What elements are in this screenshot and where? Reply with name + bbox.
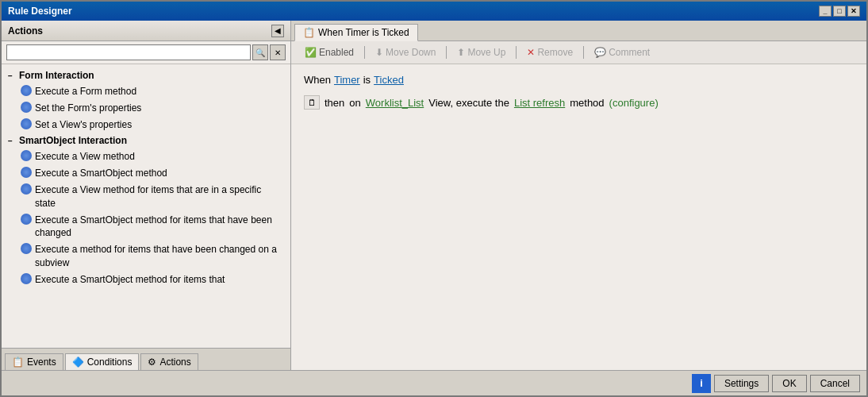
action-text: Execute a Form method <box>35 85 136 98</box>
list-item[interactable]: Execute a SmartObject method for items t… <box>2 272 290 288</box>
title-bar: Rule Designer _ □ ✕ <box>2 2 866 21</box>
move-up-label: Move Up <box>467 47 505 58</box>
action-icon-exec-smartobj-changed <box>21 214 32 225</box>
main-window: Rule Designer _ □ ✕ Actions ◀ 🔍 ✕ − <box>0 0 868 397</box>
action-icon-exec-method-subview <box>21 243 32 254</box>
tab-bar: 📋 When Timer is Ticked <box>291 21 866 41</box>
info-button[interactable]: i <box>692 374 711 393</box>
view-execute-text: View, execute the <box>428 97 509 109</box>
list-refresh-link[interactable]: List refresh <box>514 97 565 109</box>
window-title: Rule Designer <box>8 6 72 17</box>
action-icon-exec-smartobj-items <box>21 273 32 284</box>
bottom-tabs: 📋 Events 🔷 Conditions ⚙ Actions <box>2 348 290 370</box>
form-interaction-section-header[interactable]: − Form Interaction <box>2 67 290 83</box>
on-text: on <box>349 97 360 109</box>
list-item[interactable]: Execute a SmartObject method <box>2 165 290 182</box>
action-text: Set a View's properties <box>35 118 132 132</box>
toolbar-divider-1 <box>364 46 365 59</box>
tab-actions[interactable]: ⚙ Actions <box>140 353 198 370</box>
right-panel: 📋 When Timer is Ticked ✅ Enabled ⬇ Move … <box>291 21 866 370</box>
smartobject-interaction-section-header[interactable]: − SmartObject Interaction <box>2 133 290 148</box>
title-bar-buttons: _ □ ✕ <box>819 6 860 17</box>
left-panel: Actions ◀ 🔍 ✕ − Form Interaction Execute… <box>2 21 291 370</box>
cancel-button[interactable]: Cancel <box>810 375 860 392</box>
tab-conditions[interactable]: 🔷 Conditions <box>65 353 140 370</box>
action-icon-set-form <box>21 102 32 113</box>
events-tab-label: Events <box>27 357 56 368</box>
list-item[interactable]: Execute a method for items that have bee… <box>2 241 290 272</box>
action-icon-exec-view <box>21 150 32 161</box>
remove-label: Remove <box>537 47 573 58</box>
action-text: Execute a SmartObject method for items t… <box>35 214 284 241</box>
collapse-panel-button[interactable]: ◀ <box>271 25 284 37</box>
when-timer-tab-icon: 📋 <box>303 27 315 38</box>
smartobject-interaction-expand-icon: − <box>8 137 16 145</box>
move-down-label: Move Down <box>386 47 436 58</box>
enabled-button[interactable]: ✅ Enabled <box>298 44 361 60</box>
conditions-tab-icon: 🔷 <box>72 357 84 368</box>
toolbar-divider-4 <box>583 46 584 59</box>
worklist-list-link[interactable]: Worklist_List <box>366 97 424 109</box>
list-item[interactable]: Execute a View method <box>2 148 290 165</box>
ticked-link[interactable]: Ticked <box>374 74 404 86</box>
action-text: Execute a method for items that have bee… <box>35 243 284 270</box>
close-button[interactable]: ✕ <box>847 6 860 17</box>
list-item[interactable]: Execute a SmartObject method for items t… <box>2 212 290 242</box>
actions-list: − Form Interaction Execute a Form method… <box>2 64 290 348</box>
move-up-button[interactable]: ⬆ Move Up <box>450 44 513 60</box>
search-input[interactable] <box>6 44 251 60</box>
when-text: When <box>304 74 331 86</box>
form-interaction-expand-icon: − <box>8 71 16 80</box>
action-text: Execute a SmartObject method for items t… <box>35 273 225 287</box>
rule-when-line: When Timer is Ticked <box>304 74 854 86</box>
left-panel-title: Actions <box>8 25 43 37</box>
move-up-icon: ⬆ <box>457 47 465 58</box>
list-item[interactable]: Execute a Form method <box>2 83 290 100</box>
maximize-button[interactable]: □ <box>833 6 846 17</box>
conditions-tab-label: Conditions <box>87 357 133 368</box>
list-item[interactable]: Execute a View method for items that are… <box>2 182 290 212</box>
remove-button[interactable]: ✕ Remove <box>520 44 580 60</box>
form-interaction-label: Form Interaction <box>19 70 94 81</box>
ok-button[interactable]: OK <box>772 375 806 392</box>
when-timer-tab[interactable]: 📋 When Timer is Ticked <box>294 24 418 41</box>
comment-icon: 💬 <box>594 47 606 58</box>
actions-tab-label: Actions <box>159 357 190 368</box>
action-icon-execute-form <box>21 85 32 96</box>
action-row-icon: 🗒 <box>304 95 320 110</box>
action-text: Execute a View method <box>35 150 135 164</box>
clear-search-button[interactable]: ✕ <box>270 44 286 60</box>
tab-events[interactable]: 📋 Events <box>5 353 63 370</box>
comment-button[interactable]: 💬 Comment <box>587 44 657 60</box>
configure-link[interactable]: (configure) <box>609 97 659 109</box>
action-text: Execute a SmartObject method <box>35 167 167 180</box>
rule-content: When Timer is Ticked 🗒 then on Worklist_… <box>291 64 866 370</box>
search-button[interactable]: 🔍 <box>252 44 268 60</box>
when-timer-tab-label: When Timer is Ticked <box>318 27 409 38</box>
search-bar: 🔍 ✕ <box>2 41 290 64</box>
toolbar-divider-2 <box>446 46 447 59</box>
enabled-label: Enabled <box>319 47 354 58</box>
list-item[interactable]: Set the Form's properties <box>2 100 290 117</box>
settings-button[interactable]: Settings <box>714 375 769 392</box>
action-text: Execute a View method for items that are… <box>35 183 284 210</box>
minimize-button[interactable]: _ <box>819 6 832 17</box>
rule-action-line: 🗒 then on Worklist_List View, execute th… <box>304 95 854 110</box>
bottom-bar: i Settings OK Cancel <box>2 370 866 395</box>
left-panel-header: Actions ◀ <box>2 21 290 41</box>
method-text: method <box>570 97 604 109</box>
is-text: is <box>363 74 371 86</box>
move-down-icon: ⬇ <box>375 47 383 58</box>
move-down-button[interactable]: ⬇ Move Down <box>368 44 443 60</box>
comment-label: Comment <box>609 47 650 58</box>
smartobject-interaction-label: SmartObject Interaction <box>19 135 127 146</box>
toolbar: ✅ Enabled ⬇ Move Down ⬆ Move Up ✕ Remove <box>291 41 866 64</box>
toolbar-divider-3 <box>516 46 517 59</box>
action-text: Set the Form's properties <box>35 102 141 115</box>
events-tab-icon: 📋 <box>12 357 24 368</box>
action-icon-set-view <box>21 118 32 129</box>
list-item[interactable]: Set a View's properties <box>2 117 290 133</box>
main-content: Actions ◀ 🔍 ✕ − Form Interaction Execute… <box>2 21 866 370</box>
timer-link[interactable]: Timer <box>334 74 360 86</box>
action-icon-exec-smartobj <box>21 167 32 178</box>
